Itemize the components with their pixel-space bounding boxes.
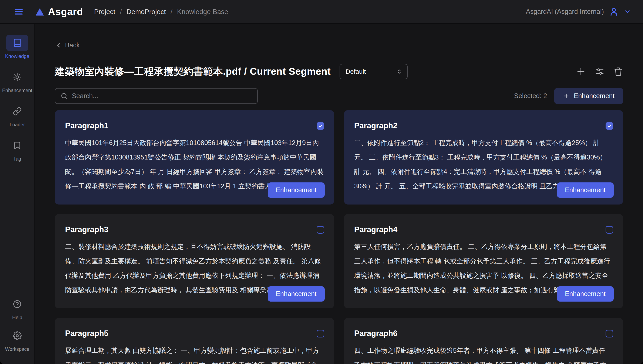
chevron-left-icon [55,42,62,49]
card-title: Paragraph6 [354,329,613,338]
card-title: Paragraph3 [65,225,324,234]
sidebar-item-tag[interactable]: Tag [6,138,28,162]
book-icon [6,35,28,51]
help-circle-icon [6,296,28,312]
breadcrumb-separator: / [120,8,122,16]
paragraph-card: Paragraph1 中華民國101年6月25日內政部台內營字第10108056… [55,110,334,204]
main-content: Back 建築物室內裝修—工程承攬契約書範本.pdf / Current Seg… [35,24,643,364]
link-icon [6,103,28,119]
paragraph-checkbox[interactable] [317,330,324,338]
enhancement-button[interactable]: Enhancement [554,88,623,104]
sliders-icon[interactable] [595,67,604,76]
search-row: Selected: 2 Enhancement [55,88,623,104]
paragraph-card: Paragraph3 二、裝修材料應合於建築技術規則之規定，且不得妨害或破壞防火… [55,214,334,308]
sidebar-item-label: Knowledge [5,54,29,59]
card-enhancement-button[interactable]: Enhancement [268,286,324,302]
check-icon [318,124,323,128]
search-box [55,88,258,104]
account-name: AsgardAI (Asgard Internal) [526,8,604,16]
segment-toolbar [576,67,623,76]
card-title: Paragraph4 [354,225,613,234]
paragraph-checkbox[interactable] [605,330,613,338]
chevrons-up-down-icon [396,68,402,75]
sidebar: Knowledge Enhancement Loader Tag [0,24,35,364]
trash-icon[interactable] [614,67,623,76]
breadcrumb: Project / DemoProject / Knowledge Base [94,8,228,16]
breadcrumb-project[interactable]: Project [94,8,115,16]
paragraph-checkbox[interactable] [317,226,324,234]
brand-name: Asgard [48,6,83,18]
brand-logo: Asgard [35,6,83,18]
card-title: Paragraph1 [65,121,324,130]
card-enhancement-button[interactable]: Enhancement [268,182,324,198]
gear-icon [6,328,28,344]
sidebar-item-label: Tag [13,156,21,162]
chevron-down-icon [624,8,631,15]
search-icon [60,92,68,100]
search-input[interactable] [72,92,252,100]
page-title: 建築物室內裝修—工程承攬契約書範本.pdf / Current Segment [55,65,331,78]
sidebar-item-workspace[interactable]: Workspace [5,328,30,352]
sidebar-item-enhancement[interactable]: Enhancement [2,69,32,94]
breadcrumb-demo-project[interactable]: DemoProject [126,8,166,16]
user-icon [609,7,619,16]
paragraph-grid: Paragraph1 中華民國101年6月25日內政部台內營字第10108056… [55,110,623,364]
sidebar-item-knowledge[interactable]: Knowledge [5,35,29,59]
account-menu[interactable]: AsgardAI (Asgard Internal) [526,7,631,16]
bookmark-icon [6,138,28,154]
add-icon[interactable] [576,67,586,76]
breadcrumb-knowledge-base: Knowledge Base [177,8,228,16]
sun-icon [6,69,28,85]
top-bar: Asgard Project / DemoProject / Knowledge… [0,0,643,24]
sidebar-item-label: Enhancement [2,88,32,94]
title-row: 建築物室內裝修—工程承攬契約書範本.pdf / Current Segment … [55,64,623,79]
sidebar-item-label: Help [12,315,22,320]
card-text: 展延合理工期，其天數 由雙方協議之： 一、甲方變更設計：包含施工前或施工中，甲方… [65,344,324,364]
sidebar-item-label: Loader [10,122,25,128]
sidebar-item-help[interactable]: Help [6,296,28,320]
check-icon [607,124,612,128]
paragraph-card: Paragraph5 展延合理工期，其天數 由雙方協議之： 一、甲方變更設計：包… [55,318,334,364]
card-enhancement-button[interactable]: Enhancement [557,286,614,302]
selected-count-label: Selected: 2 [514,92,547,100]
paragraph-card: Paragraph6 四、工作物之瑕疵經驗收完成後逾5年者，甲方不得主張。 第十… [344,318,623,364]
plus-icon [563,92,570,100]
segment-select-value: Default [345,68,366,75]
sidebar-item-loader[interactable]: Loader [6,103,28,128]
card-title: Paragraph2 [354,121,613,130]
paragraph-checkbox[interactable] [317,122,324,130]
card-text: 四、工作物之瑕疵經驗收完成後逾5年者，甲方不得主張。 第十四條 工程管理不當責任… [354,344,613,364]
enhancement-button-label: Enhancement [574,92,614,100]
paragraph-checkbox[interactable] [605,226,613,234]
card-title: Paragraph5 [65,329,324,338]
paragraph-card: Paragraph2 二、依附件進行至節點2： 工程完成時，甲方支付工程總價 %… [344,110,623,204]
back-button[interactable]: Back [55,42,80,49]
paragraph-card: Paragraph4 第三人任何損害，乙方應負賠償責任。 二、乙方得依專業分工原… [344,214,623,308]
hamburger-menu-icon[interactable] [14,6,24,17]
card-enhancement-button[interactable]: Enhancement [557,182,614,198]
segment-select[interactable]: Default [340,64,408,79]
breadcrumb-separator: / [170,8,172,16]
triangle-logo-icon [35,7,45,16]
app-window: Asgard Project / DemoProject / Knowledge… [0,0,643,364]
back-label: Back [65,42,80,49]
paragraph-checkbox[interactable] [605,122,613,130]
sidebar-item-label: Workspace [5,346,30,352]
